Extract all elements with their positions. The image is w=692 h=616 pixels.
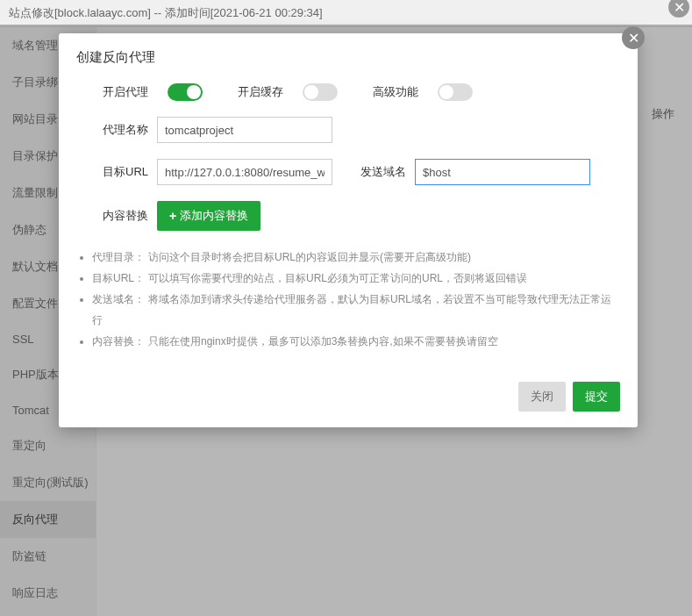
submit-button[interactable]: 提交 [573, 382, 620, 412]
hint-item: 代理目录：访问这个目录时将会把目标URL的内容返回并显示(需要开启高级功能) [92, 247, 620, 268]
add-replace-button[interactable]: + 添加内容替换 [157, 201, 260, 231]
close-button[interactable]: 关闭 [518, 382, 566, 412]
proxy-name-row: 代理名称 [103, 117, 620, 143]
send-domain-label: 发送域名 [360, 164, 415, 180]
toggle-row: 开启代理 开启缓存 高级功能 [103, 83, 620, 101]
advanced-label: 高级功能 [373, 84, 427, 100]
target-url-input[interactable] [157, 159, 332, 185]
content-replace-row: 内容替换 + 添加内容替换 [103, 201, 620, 231]
send-domain-input[interactable] [415, 159, 590, 185]
target-url-label: 目标URL [103, 164, 157, 180]
enable-proxy-toggle[interactable] [168, 83, 203, 101]
proxy-name-label: 代理名称 [103, 122, 157, 138]
content-replace-label: 内容替换 [103, 208, 157, 224]
create-proxy-dialog: ✕ 创建反向代理 开启代理 开启缓存 高级功能 代理名称 [59, 33, 638, 427]
enable-cache-label: 开启缓存 [238, 84, 292, 100]
hints-block: 代理目录：访问这个目录时将会把目标URL的内容返回并显示(需要开启高级功能)目标… [76, 247, 620, 369]
hint-item: 发送域名：将域名添加到请求头传递给代理服务器，默认为目标URL域名，若设置不当可… [92, 289, 620, 331]
modal-overlay: ✕ 创建反向代理 开启代理 开启缓存 高级功能 代理名称 [0, 25, 692, 616]
hint-item: 内容替换：只能在使用nginx时提供，最多可以添加3条替换内容,如果不需要替换请… [92, 331, 620, 352]
plus-icon: + [169, 209, 176, 223]
dialog-close-icon[interactable]: ✕ [622, 26, 645, 49]
outer-close-icon[interactable]: ✕ [668, 0, 689, 18]
outer-title: 站点修改[block.lalaayc.com] -- 添加时间[2021-06-… [9, 6, 323, 19]
advanced-toggle[interactable] [438, 83, 473, 101]
hints-list: 代理目录：访问这个目录时将会把目标URL的内容返回并显示(需要开启高级功能)目标… [76, 247, 620, 352]
dialog-footer: 关闭 提交 [59, 369, 638, 427]
proxy-name-input[interactable] [157, 117, 332, 143]
dialog-body: 开启代理 开启缓存 高级功能 代理名称 目标URL [59, 75, 638, 231]
add-replace-label: 添加内容替换 [180, 208, 248, 224]
outer-dialog-header: 站点修改[block.lalaayc.com] -- 添加时间[2021-06-… [0, 0, 692, 27]
enable-cache-toggle[interactable] [303, 83, 338, 101]
target-url-row: 目标URL 发送域名 [103, 159, 620, 185]
hint-item: 目标URL：可以填写你需要代理的站点，目标URL必须为可正常访问的URL，否则将… [92, 268, 620, 289]
enable-proxy-label: 开启代理 [103, 84, 157, 100]
dialog-title: 创建反向代理 [59, 33, 638, 75]
